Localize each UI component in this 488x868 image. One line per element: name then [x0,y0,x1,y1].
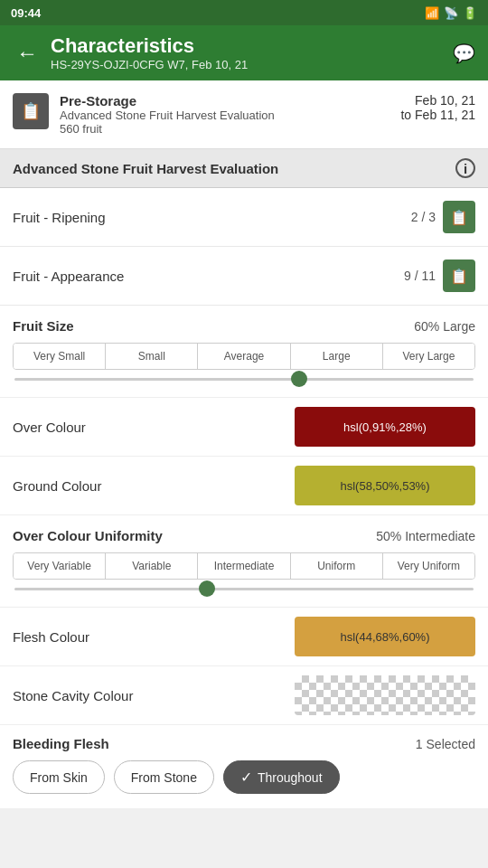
bleeding-chip-1[interactable]: From Stone [114,760,214,794]
clipboard-btn-1[interactable]: 📋 [443,259,475,292]
category-row-1: Fruit - Appearance 9 / 11 📋 [0,247,488,306]
status-icons: 📶 📡 🔋 [425,6,477,20]
fruit-size-header: Fruit Size 60% Large [13,318,475,334]
app-bar: ← Characteristics HS-29YS-OJZI-0CFG W7, … [0,25,488,80]
uniformity-label-4: Very Uniform [383,553,474,579]
app-bar-text: Characteristics HS-29YS-OJZI-0CFG W7, Fe… [51,34,248,71]
job-date-start: Feb 10, 21 [400,93,475,108]
flesh-colour-swatch[interactable]: hsl(44,68%,60%) [295,617,475,656]
job-description: Advanced Stone Fruit Harvest Evaluation [60,108,275,122]
info-button[interactable]: i [455,158,475,178]
bleeding-flesh-selected: 1 Selected [416,737,475,751]
ground-colour-label: Ground Colour [13,478,101,494]
uniformity-label-3: Uniform [291,553,383,579]
bleeding-chip-0[interactable]: From Skin [13,760,105,794]
category-rows: Fruit - Ripening 2 / 3 📋 Fruit - Appeara… [0,188,488,306]
fruit-size-slider[interactable] [13,370,475,388]
bleeding-flesh-block: Bleeding Flesh 1 Selected From SkinFrom … [0,725,488,809]
over-colour-uniformity-header: Over Colour Uniformity 50% Intermediate [13,528,475,543]
bleeding-flesh-chips: From SkinFrom Stone✓Throughout [13,760,475,803]
stone-cavity-colour-label: Stone Cavity Colour [13,688,133,703]
wifi-icon: 📶 [425,6,439,20]
stone-cavity-swatch[interactable] [295,675,475,715]
fruit-size-label-1: Small [106,344,198,369]
content: Fruit Size 60% Large Very SmallSmallAver… [0,306,488,809]
job-date-end: to Feb 11, 21 [400,108,475,122]
uniformity-slider[interactable] [13,580,475,598]
signal-icon: 📡 [444,6,458,20]
flesh-colour-row: Flesh Colour hsl(44,68%,60%) [0,608,488,666]
category-row-0: Fruit - Ripening 2 / 3 📋 [0,188,488,247]
clipboard-btn-0[interactable]: 📋 [443,201,475,233]
bleeding-chip-2[interactable]: ✓Throughout [223,760,340,794]
fruit-size-label: Fruit Size [13,318,74,334]
category-score-0: 2 / 3 [411,210,436,224]
fruit-size-label-0: Very Small [14,344,106,369]
category-right-0: 2 / 3 📋 [411,201,475,233]
bleeding-flesh-label: Bleeding Flesh [13,736,109,751]
job-date: Feb 10, 21 to Feb 11, 21 [400,93,475,122]
chip-label-2: Throughout [258,770,323,785]
uniformity-label-2: Intermediate [198,553,290,579]
job-info: Pre-Storage Advanced Stone Fruit Harvest… [60,93,275,136]
job-title: Pre-Storage [60,93,275,108]
status-time: 09:44 [11,6,41,20]
flesh-colour-label: Flesh Colour [13,629,89,645]
over-colour-row: Over Colour hsl(0,91%,28%) [0,398,488,457]
uniformity-track [14,588,474,590]
app-title: Characteristics [51,34,248,58]
fruit-size-track [14,378,474,381]
fruit-size-label-2: Average [198,344,290,369]
job-card: 📋 Pre-Storage Advanced Stone Fruit Harve… [0,80,488,149]
back-button[interactable]: ← [13,37,42,70]
app-subtitle: HS-29YS-OJZI-0CFG W7, Feb 10, 21 [51,58,248,71]
status-bar: 09:44 📶 📡 🔋 [0,0,488,25]
job-card-left: 📋 Pre-Storage Advanced Stone Fruit Harve… [13,93,275,136]
category-label-1: Fruit - Appearance [13,269,124,284]
battery-icon: 🔋 [463,6,477,20]
info-icon-label: i [464,161,467,176]
over-colour-uniformity-label: Over Colour Uniformity [13,528,163,543]
fruit-size-block: Fruit Size 60% Large Very SmallSmallAver… [0,306,488,398]
category-right-1: 9 / 11 📋 [404,259,475,292]
job-icon: 📋 [13,93,49,129]
category-label-0: Fruit - Ripening [13,210,106,225]
over-colour-uniformity-block: Over Colour Uniformity 50% Intermediate … [0,515,488,608]
uniformity-thumb[interactable] [199,580,215,597]
chip-label-0: From Skin [30,770,88,785]
chat-button[interactable]: 💬 [453,42,475,64]
fruit-size-thumb[interactable] [291,371,307,387]
section-title: Advanced Stone Fruit Harvest Evaluation [13,161,278,176]
fruit-size-value: 60% Large [414,319,475,334]
stone-cavity-colour-row: Stone Cavity Colour [0,666,488,725]
chip-check-2: ✓ [240,769,252,786]
ground-colour-row: Ground Colour hsl(58,50%,53%) [0,457,488,515]
over-colour-label: Over Colour [13,420,86,435]
job-count: 560 fruit [60,122,275,136]
over-colour-uniformity-value: 50% Intermediate [376,529,475,543]
over-colour-swatch[interactable]: hsl(0,91%,28%) [295,407,475,447]
category-score-1: 9 / 11 [404,269,436,283]
section-header: Advanced Stone Fruit Harvest Evaluation … [0,149,488,188]
fruit-size-label-3: Large [291,344,383,369]
uniformity-labels: Very VariableVariableIntermediateUniform… [13,552,475,580]
ground-colour-swatch[interactable]: hsl(58,50%,53%) [295,466,475,505]
fruit-size-labels: Very SmallSmallAverageLargeVery Large [13,343,475,370]
uniformity-label-0: Very Variable [14,553,106,579]
bleeding-flesh-header: Bleeding Flesh 1 Selected [13,736,475,751]
uniformity-label-1: Variable [106,553,198,579]
app-bar-left: ← Characteristics HS-29YS-OJZI-0CFG W7, … [13,34,248,71]
fruit-size-label-4: Very Large [383,344,474,369]
chip-label-1: From Stone [131,770,197,785]
